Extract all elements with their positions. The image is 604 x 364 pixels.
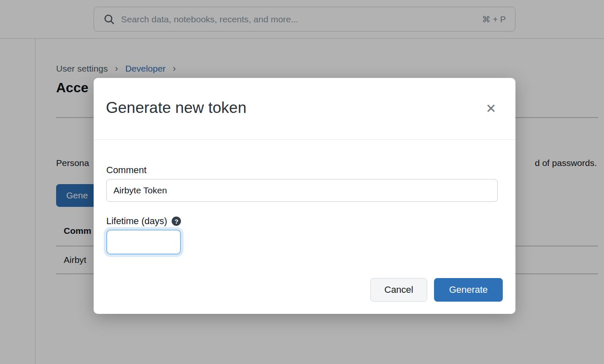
lifetime-input[interactable] xyxy=(106,230,181,254)
modal-title: Generate new token xyxy=(106,99,246,117)
lifetime-field-label: Lifetime (days) xyxy=(106,216,167,227)
databricks-user-settings-screen: ⌘ + P User settings › Developer › Acce P… xyxy=(0,0,604,364)
comment-input[interactable] xyxy=(106,179,498,202)
generate-token-modal: Generate new token ✕ Comment Lifetime (d… xyxy=(94,78,515,314)
cancel-button[interactable]: Cancel xyxy=(370,278,427,302)
modal-header: Generate new token ✕ xyxy=(94,78,515,140)
lifetime-label-row: Lifetime (days) ? xyxy=(106,216,181,227)
modal-footer: Cancel Generate xyxy=(370,278,503,302)
close-icon[interactable]: ✕ xyxy=(483,101,499,116)
comment-field-label: Comment xyxy=(106,165,146,176)
help-icon[interactable]: ? xyxy=(172,217,181,226)
generate-button[interactable]: Generate xyxy=(434,278,503,302)
